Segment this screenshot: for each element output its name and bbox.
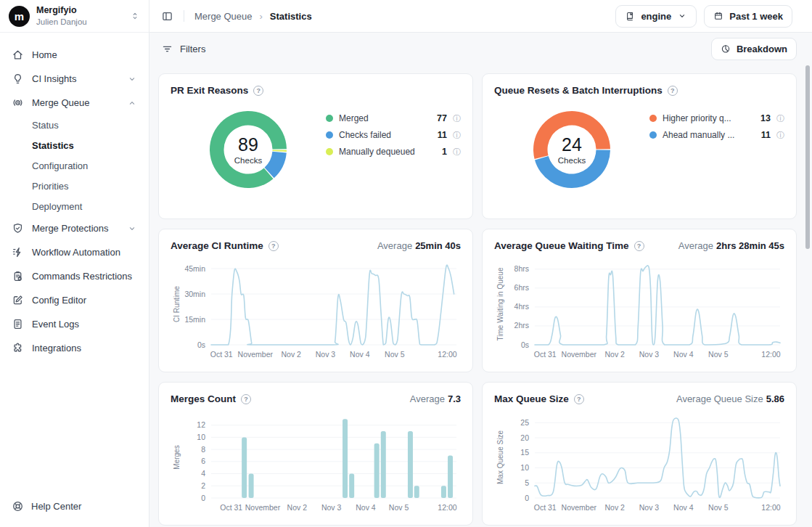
date-range-button[interactable]: Past 1 week — [704, 5, 792, 28]
sidebar-item-label: Merge Queue — [32, 97, 119, 108]
sidebar-item-integrations[interactable]: Integrations — [7, 336, 142, 360]
queue-icon — [12, 97, 24, 109]
chart-average: Average25min 40s — [377, 240, 461, 251]
svg-text:November: November — [562, 350, 597, 359]
breadcrumb-statistics: Statistics — [270, 11, 312, 22]
legend-dot — [649, 131, 657, 139]
legend-dot — [326, 131, 333, 139]
sidebar-item-ci-insights[interactable]: CI Insights — [7, 67, 142, 91]
scrollbar[interactable] — [805, 65, 810, 249]
chart-card-queue-resets-batch-interruptions: Queue Resets & Batch Interruptions?24Che… — [482, 73, 797, 219]
info-icon[interactable]: ⓘ — [776, 131, 784, 139]
chevron-down-icon[interactable] — [127, 224, 137, 234]
svg-text:8: 8 — [201, 445, 205, 454]
svg-text:4hrs: 4hrs — [514, 302, 529, 311]
chart-title: Average Queue Waiting Time — [494, 240, 629, 251]
svg-text:Nov 5: Nov 5 — [708, 350, 729, 359]
chart-average-value: 2hrs 28min 45s — [716, 240, 784, 251]
svg-text:25: 25 — [520, 418, 529, 427]
svg-text:0: 0 — [201, 494, 205, 502]
svg-text:0s: 0s — [197, 340, 205, 349]
legend-dot — [649, 115, 657, 122]
legend-value: 1 — [442, 147, 447, 157]
sidebar-item-configuration[interactable]: Configuration — [7, 155, 142, 176]
svg-text:Nov 3: Nov 3 — [639, 503, 660, 512]
help-icon[interactable]: ? — [634, 241, 644, 251]
chart-average-prefix: Average Queue Size — [676, 393, 763, 404]
help-icon[interactable]: ? — [253, 86, 263, 96]
help-center-link[interactable]: Help Center — [0, 490, 149, 527]
svg-text:15: 15 — [520, 448, 529, 457]
doc-icon — [12, 318, 24, 330]
svg-text:Nov 5: Nov 5 — [389, 503, 409, 512]
sidebar-toggle-icon[interactable] — [161, 10, 173, 23]
divider — [184, 10, 184, 22]
filters-button[interactable]: Filters — [161, 43, 205, 55]
charts-grid: PR Exit Reasons?89ChecksMerged77ⓘChecks … — [149, 65, 812, 527]
svg-text:12:00: 12:00 — [761, 503, 780, 512]
engine-select[interactable]: engine — [615, 5, 697, 28]
filter-icon — [161, 43, 173, 55]
sidebar-item-workflow-automation[interactable]: Workflow Automation — [7, 240, 142, 264]
info-icon[interactable]: ⓘ — [453, 115, 461, 123]
donut-wrap: 24Checks — [494, 105, 649, 190]
chevron-down-icon[interactable] — [127, 74, 137, 84]
date-range-label: Past 1 week — [729, 11, 783, 22]
donut-wrap: 89Checks — [171, 105, 326, 190]
info-icon[interactable]: ⓘ — [776, 115, 784, 123]
chart-average: Average2hrs 28min 45s — [678, 240, 784, 251]
chart-title: Average CI Runtime — [171, 240, 263, 251]
svg-text:Nov 4: Nov 4 — [673, 503, 694, 512]
legend-item: Higher priority q...13ⓘ — [649, 113, 784, 123]
legend-value: 11 — [438, 130, 447, 140]
chart-average-value: 5.86 — [766, 393, 784, 404]
sidebar-item-statistics[interactable]: Statistics — [7, 135, 142, 155]
help-icon[interactable]: ? — [574, 394, 584, 404]
sidebar-item-deployment[interactable]: Deployment — [7, 196, 142, 216]
svg-text:Oct 31: Oct 31 — [210, 350, 233, 359]
sidebar-item-priorities[interactable]: Priorities — [7, 176, 142, 196]
chart-title: Max Queue Size — [494, 393, 569, 404]
help-center-label: Help Center — [31, 501, 81, 512]
sidebar-item-merge-protections[interactable]: Merge Protections — [7, 216, 142, 240]
breakdown-button[interactable]: Breakdown — [711, 38, 797, 60]
sidebar-item-config-editor[interactable]: Config Editor — [7, 288, 142, 312]
sidebar-item-commands-restrictions[interactable]: Commands Restrictions — [7, 264, 142, 288]
chart-title: Merges Count — [171, 393, 236, 404]
line-chart: 0510152025Oct 31NovemberNov 2Nov 3Nov 4N… — [494, 408, 786, 518]
help-icon[interactable]: ? — [268, 241, 279, 251]
svg-text:6: 6 — [201, 457, 205, 465]
info-icon[interactable]: ⓘ — [453, 148, 461, 156]
chart-card-header: Merges Count?Average7.3 — [171, 392, 461, 406]
svg-text:Nov 5: Nov 5 — [708, 503, 729, 512]
legend-dot — [326, 148, 333, 155]
svg-text:12:00: 12:00 — [761, 350, 780, 359]
sidebar-item-label: Merge Protections — [32, 223, 119, 234]
chart-title: PR Exit Reasons — [171, 85, 248, 96]
org-switcher[interactable]: m Mergifyio Julien Danjou — [0, 0, 149, 33]
clipboard-icon — [12, 270, 24, 282]
sidebar-item-label: Home — [32, 49, 137, 60]
legend-label: Merged — [339, 113, 431, 123]
legend-value: 11 — [761, 130, 771, 140]
sidebar-item-label: Config Editor — [32, 295, 137, 306]
svg-text:Checks: Checks — [234, 156, 263, 165]
svg-text:10: 10 — [520, 463, 529, 472]
sidebar-item-event-logs[interactable]: Event Logs — [7, 312, 142, 336]
sidebar-item-merge-queue[interactable]: Merge Queue — [7, 91, 142, 115]
sidebar-item-status[interactable]: Status — [7, 115, 142, 135]
svg-text:November: November — [562, 503, 597, 512]
svg-text:45min: 45min — [184, 264, 205, 273]
chart-average-value: 25min 40s — [415, 240, 461, 251]
chevron-up-icon[interactable] — [127, 98, 137, 108]
home-icon — [12, 49, 24, 61]
help-icon[interactable]: ? — [241, 394, 251, 404]
sidebar-item-home[interactable]: Home — [7, 43, 142, 67]
lifebuoy-icon — [12, 500, 24, 512]
breadcrumb-merge-queue[interactable]: Merge Queue — [194, 11, 253, 22]
info-icon[interactable]: ⓘ — [453, 131, 461, 139]
svg-text:November: November — [245, 503, 281, 512]
chart-card-average-queue-waiting-time: Average Queue Waiting Time?Average2hrs 2… — [482, 229, 797, 372]
help-icon[interactable]: ? — [668, 86, 678, 96]
org-updown-chevron-icon[interactable] — [130, 11, 140, 21]
